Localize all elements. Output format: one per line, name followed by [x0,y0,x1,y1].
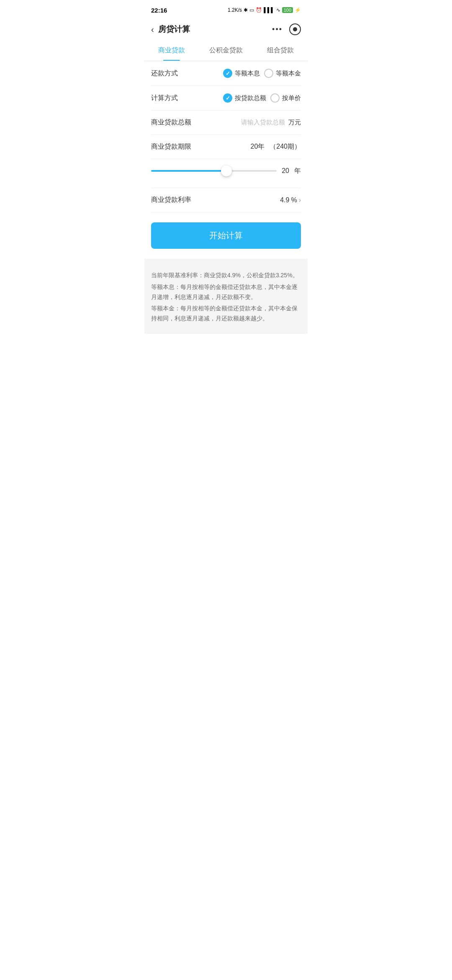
calc-by-total[interactable]: ✓ 按贷款总额 [223,93,266,103]
loan-period-label: 商业贷款期限 [151,142,191,151]
charging-icon: ⚡ [295,7,301,13]
interest-rate-unit: % [291,196,297,204]
loan-amount-row: 商业贷款总额 请输入贷款总额 万元 [151,111,301,135]
header: ‹ 房贷计算 ••• [144,18,308,40]
calc-option-1-label: 按贷款总额 [235,94,266,102]
repayment-method-label: 还款方式 [151,69,178,78]
slider-section: 20 年 [151,159,301,188]
calc-method-options: ✓ 按贷款总额 按单价 [223,93,301,103]
info-section: 当前年限基准利率：商业贷款4.9%，公积金贷款3.25%。 等额本息：每月按相等… [144,262,308,334]
interest-rate-label: 商业贷款利率 [151,196,191,204]
slider-fill [151,170,226,172]
tab-combined[interactable]: 组合贷款 [253,40,308,61]
more-options-button[interactable]: ••• [272,25,282,34]
network-speed: 1.2K/s [228,7,242,13]
slider-track [151,170,277,172]
back-button[interactable]: ‹ [151,25,154,34]
chevron-right-icon: › [299,196,301,204]
section-divider [144,259,308,262]
wifi-icon: ∿ [276,7,280,13]
battery-icon: ▭ [249,7,254,13]
calc-option-2-label: 按单价 [282,94,301,102]
radio-unchecked-icon-2 [270,93,280,103]
slider-thumb[interactable] [221,165,232,176]
checkmark-icon: ✓ [226,70,230,77]
status-bar: 22:16 1.2K/s ✱ ▭ ⏰ ▌▌▌ ∿ 100 ⚡ [144,0,308,18]
calc-method-label: 计算方式 [151,94,178,103]
repayment-option-2-label: 等额本金 [276,70,301,77]
page-title: 房贷计算 [158,24,190,35]
interest-rate-value-area[interactable]: 4.9 % › [280,196,301,204]
status-icons: 1.2K/s ✱ ▭ ⏰ ▌▌▌ ∿ 100 ⚡ [228,7,301,13]
record-dot-icon [293,27,297,31]
loan-period-years: 20年 [251,142,265,151]
bluetooth-icon: ✱ [244,7,248,13]
status-time: 22:16 [151,7,167,14]
calculate-button[interactable]: 开始计算 [151,222,301,249]
loan-period-installments: （240期） [270,142,301,151]
loan-amount-label: 商业贷款总额 [151,118,191,127]
loan-period-value: 20年 （240期） [251,142,301,151]
form-section: 还款方式 ✓ 等额本息 等额本金 计算方式 ✓ 按贷款总额 [144,61,308,212]
loan-period-slider-container: 20 年 [151,162,301,179]
calc-button-section: 开始计算 [144,212,308,259]
loan-amount-unit: 万元 [288,119,301,126]
loan-period-slider[interactable] [151,162,277,179]
slider-value-display: 20 [282,167,289,175]
radio-checked-icon-2: ✓ [223,93,232,103]
radio-unchecked-icon [264,69,273,78]
slider-unit-label: 年 [294,167,301,175]
info-line-2: 等额本息：每月按相等的金额偿还贷款本息，其中本金逐月递增，利息逐月递减，月还款额… [151,282,301,302]
record-button[interactable] [289,23,301,35]
header-left: ‹ 房贷计算 [151,24,190,35]
tab-bar: 商业贷款 公积金贷款 组合贷款 [144,40,308,61]
interest-rate-row[interactable]: 商业贷款利率 4.9 % › [151,188,301,212]
repayment-equal-principal-interest[interactable]: ✓ 等额本息 [223,69,260,78]
repayment-option-1-label: 等额本息 [235,70,260,77]
info-line-3: 等额本金：每月按相等的金额偿还贷款本金，其中本金保持相同，利息逐月递减，月还款额… [151,304,301,324]
interest-rate-number: 4.9 [280,196,289,204]
info-line-1: 当前年限基准利率：商业贷款4.9%，公积金贷款3.25%。 [151,271,301,281]
tab-commercial[interactable]: 商业贷款 [144,40,199,61]
repayment-equal-principal[interactable]: 等额本金 [264,69,301,78]
alarm-icon: ⏰ [256,7,262,13]
tab-provident[interactable]: 公积金贷款 [199,40,253,61]
loan-amount-placeholder: 请输入贷款总额 [241,119,285,126]
radio-checked-icon: ✓ [223,69,232,78]
signal-icon: ▌▌▌ [264,7,275,13]
info-text-block: 当前年限基准利率：商业贷款4.9%，公积金贷款3.25%。 等额本息：每月按相等… [151,271,301,324]
loan-amount-input-area[interactable]: 请输入贷款总额 万元 [241,119,301,126]
calc-by-unit-price[interactable]: 按单价 [270,93,301,103]
repayment-method-row: 还款方式 ✓ 等额本息 等额本金 [151,61,301,86]
battery-level: 100 [282,7,293,13]
loan-period-row: 商业贷款期限 20年 （240期） [151,135,301,159]
repayment-method-options: ✓ 等额本息 等额本金 [223,69,301,78]
header-right: ••• [272,23,301,35]
calc-method-row: 计算方式 ✓ 按贷款总额 按单价 [151,86,301,111]
checkmark-icon-2: ✓ [226,95,230,101]
